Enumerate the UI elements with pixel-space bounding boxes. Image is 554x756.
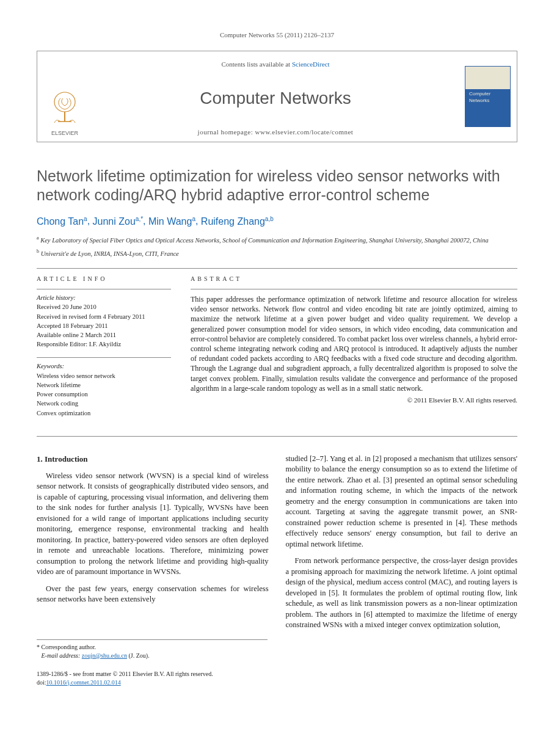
keywords-label: Keywords: bbox=[37, 362, 171, 371]
homepage-url: www.elsevier.com/locate/comnet bbox=[255, 128, 354, 136]
abstract-copyright: © 2011 Elsevier B.V. All rights reserved… bbox=[191, 396, 517, 405]
doi-link[interactable]: 10.1016/j.comnet.2011.02.014 bbox=[46, 679, 121, 686]
journal-title: Computer Networks bbox=[97, 87, 454, 110]
sciencedirect-link[interactable]: ScienceDirect bbox=[292, 60, 330, 68]
body-p2: Over the past few years, energy conserva… bbox=[37, 584, 269, 605]
body-columns: 1. Introduction Wireless video sensor ne… bbox=[37, 454, 517, 631]
article-info-heading: article info bbox=[37, 275, 171, 283]
issn-line: 1389-1286/$ - see front matter © 2011 El… bbox=[37, 670, 517, 678]
body-p1: Wireless video sensor network (WVSN) is … bbox=[37, 471, 269, 578]
authors-line: Chong Tana, Junni Zoua,*, Min Wanga, Rui… bbox=[37, 214, 517, 228]
header-center: Contents lists available at ScienceDirec… bbox=[92, 51, 459, 142]
abstract-column: abstract This paper addresses the perfor… bbox=[191, 275, 517, 426]
article-history-block: Article history: Received 20 June 2010 R… bbox=[37, 289, 171, 349]
email-label: E-mail address: bbox=[42, 652, 82, 659]
keyword-2: Power consumption bbox=[37, 390, 171, 399]
publisher-name: ELSEVIER bbox=[49, 129, 80, 137]
abstract-text: This paper addresses the performance opt… bbox=[191, 294, 517, 393]
page: Computer Networks 55 (2011) 2126–2137 EL… bbox=[0, 0, 554, 711]
article-title: Network lifetime optimization for wirele… bbox=[37, 167, 517, 205]
keyword-3: Network coding bbox=[37, 399, 171, 408]
keyword-4: Convex optimization bbox=[37, 409, 171, 418]
section-1-heading: 1. Introduction bbox=[37, 454, 269, 465]
elsevier-tree-icon bbox=[49, 91, 80, 125]
elsevier-logo: ELSEVIER bbox=[49, 91, 80, 137]
doi-line: doi:10.1016/j.comnet.2011.02.014 bbox=[37, 678, 517, 687]
citation-journal: Computer Networks bbox=[220, 31, 275, 38]
bottom-meta: 1389-1286/$ - see front matter © 2011 El… bbox=[37, 670, 517, 687]
email-line: E-mail address: zoujn@shu.edu.cn (J. Zou… bbox=[37, 652, 268, 660]
corresponding-email-link[interactable]: zoujn@shu.edu.cn bbox=[82, 652, 127, 659]
body-p3: studied [2–7]. Yang et al. in [2] propos… bbox=[286, 454, 518, 550]
contents-lists-line: Contents lists available at ScienceDirec… bbox=[97, 60, 454, 69]
abstract-rule bbox=[191, 289, 517, 289]
corresponding-note: * Corresponding author. bbox=[37, 643, 268, 652]
author-1: Junni Zoua,* bbox=[93, 216, 144, 227]
corresponding-star-icon: * bbox=[140, 215, 143, 222]
publisher-logo-cell: ELSEVIER bbox=[37, 51, 92, 142]
author-3: Ruifeng Zhanga,b bbox=[201, 216, 274, 227]
keyword-1: Network lifetime bbox=[37, 380, 171, 390]
citation-volissue: 55 (2011) 2126–2137 bbox=[276, 31, 334, 38]
body-p4: From network performance perspective, th… bbox=[286, 556, 518, 631]
homepage-label: journal homepage: bbox=[198, 128, 255, 136]
svg-point-0 bbox=[54, 92, 75, 112]
article-info-column: article info Article history: Received 2… bbox=[37, 275, 171, 426]
email-attribution: (J. Zou). bbox=[127, 652, 150, 659]
top-citation: Computer Networks 55 (2011) 2126–2137 bbox=[37, 31, 517, 40]
history-1: Received in revised form 4 February 2011 bbox=[37, 312, 171, 321]
journal-cover-thumbnail: Computer Networks bbox=[465, 66, 511, 127]
keyword-0: Wireless video sensor network bbox=[37, 371, 171, 380]
journal-header: ELSEVIER Contents lists available at Sci… bbox=[37, 51, 517, 142]
cover-thumb-cell: Computer Networks bbox=[459, 51, 517, 142]
footnotes: * Corresponding author. E-mail address: … bbox=[37, 639, 268, 660]
keywords-block: Keywords: Wireless video sensor network … bbox=[37, 357, 171, 417]
history-4: Responsible Editor: I.F. Akyildiz bbox=[37, 340, 171, 349]
author-0: Chong Tana bbox=[37, 216, 87, 227]
info-abstract-row: article info Article history: Received 2… bbox=[37, 275, 517, 426]
divider-top bbox=[37, 268, 517, 269]
history-0: Received 20 June 2010 bbox=[37, 302, 171, 311]
history-2: Accepted 18 February 2011 bbox=[37, 321, 171, 330]
doi-label: doi: bbox=[37, 679, 46, 686]
cover-label: Computer Networks bbox=[469, 91, 510, 104]
abstract-heading: abstract bbox=[191, 275, 517, 283]
history-3: Available online 2 March 2011 bbox=[37, 330, 171, 340]
contents-prefix: Contents lists available at bbox=[221, 60, 291, 68]
divider-bottom bbox=[37, 436, 517, 437]
journal-homepage-line: journal homepage: www.elsevier.com/locat… bbox=[97, 128, 454, 137]
author-2: Min Wanga bbox=[148, 216, 195, 227]
history-label: Article history: bbox=[37, 293, 171, 302]
affiliation-b: b Universit'e de Lyon, INRIA, INSA-Lyon,… bbox=[37, 249, 517, 258]
affiliation-a: a Key Laboratory of Special Fiber Optics… bbox=[37, 235, 517, 245]
